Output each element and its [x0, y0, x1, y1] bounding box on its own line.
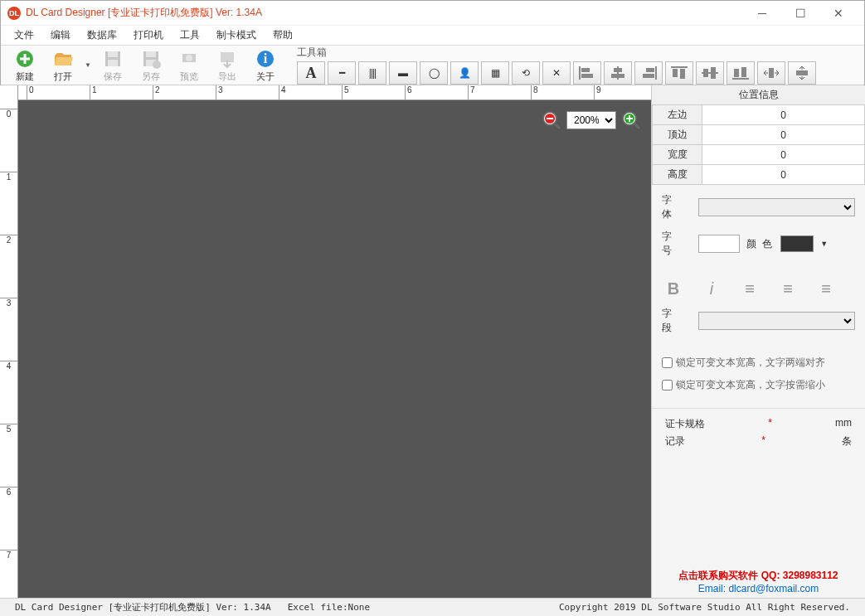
svg-rect-19: [655, 66, 657, 80]
align-top-tool[interactable]: [665, 61, 693, 85]
field-select[interactable]: [698, 312, 855, 330]
refresh-icon: ⟲: [522, 67, 530, 79]
contact-email[interactable]: Email: dlcard@foxmail.com: [652, 583, 865, 594]
save-button[interactable]: 保存: [95, 47, 130, 84]
svg-rect-31: [769, 68, 774, 78]
pos-left: 0: [702, 105, 865, 125]
svg-rect-15: [581, 74, 593, 78]
canvas[interactable]: 200%: [18, 100, 651, 598]
close-button[interactable]: ✕: [819, 1, 858, 26]
svg-point-0: [17, 51, 33, 67]
svg-rect-16: [617, 66, 619, 80]
maximize-button[interactable]: ☐: [781, 1, 819, 26]
barcode-tool[interactable]: ||||: [358, 61, 386, 85]
line-icon: ━: [339, 67, 345, 79]
ellipse-icon: ◯: [429, 67, 440, 79]
export-button[interactable]: 导出: [210, 47, 245, 84]
align-right-tool[interactable]: [634, 61, 663, 85]
align-center-h-tool[interactable]: [604, 61, 632, 85]
svg-point-34: [545, 114, 555, 124]
field-label: 字 段: [662, 307, 692, 335]
align-middle-tool[interactable]: [696, 61, 724, 85]
align-center-button[interactable]: ≡: [776, 279, 799, 298]
status-copyright: Copyright 2019 DL Software Studio All Ri…: [551, 602, 858, 613]
svg-point-37: [623, 112, 636, 125]
refresh-tool[interactable]: ⟲: [512, 61, 540, 85]
image-tool[interactable]: 👤: [450, 61, 479, 85]
format-row: B i ≡ ≡ ≡: [652, 274, 865, 303]
svg-point-33: [543, 112, 556, 125]
zoom-controls: 200%: [540, 109, 643, 132]
svg-point-38: [624, 114, 634, 124]
font-select[interactable]: [698, 198, 855, 216]
saveas-icon: [140, 48, 162, 70]
svg-rect-14: [581, 68, 590, 72]
menu-cardmode[interactable]: 制卡模式: [208, 27, 265, 44]
preview-button[interactable]: 预览: [172, 47, 207, 84]
save-icon: [102, 48, 124, 70]
menu-help[interactable]: 帮助: [265, 27, 301, 44]
table-tool[interactable]: ▦: [481, 61, 509, 85]
svg-rect-25: [702, 72, 718, 74]
svg-rect-5: [146, 51, 156, 57]
saveas-button[interactable]: 另存: [134, 47, 168, 84]
rect-tool[interactable]: ▬: [389, 61, 417, 85]
svg-rect-22: [671, 66, 688, 68]
delete-tool[interactable]: ✕: [542, 61, 571, 85]
svg-line-36: [555, 124, 560, 129]
svg-rect-39: [626, 118, 633, 119]
menu-edit[interactable]: 编辑: [42, 27, 79, 44]
svg-rect-20: [646, 68, 654, 72]
svg-rect-18: [611, 74, 624, 78]
align-right-icon: [640, 66, 657, 80]
panel-title: 位置信息: [652, 85, 865, 104]
zoom-in-button[interactable]: [620, 109, 643, 132]
rect-icon: ▬: [398, 67, 408, 79]
menu-file[interactable]: 文件: [6, 27, 42, 44]
new-button[interactable]: 新建: [7, 47, 42, 84]
svg-rect-26: [703, 69, 708, 77]
color-dropdown[interactable]: ▼: [820, 240, 828, 248]
pos-height: 0: [702, 165, 865, 185]
color-picker[interactable]: [780, 235, 814, 252]
align-bottom-tool[interactable]: [727, 61, 755, 85]
title-bar: DL DL Card Designer [专业证卡打印机免费版] Ver: 1.…: [1, 1, 864, 26]
svg-rect-40: [629, 115, 630, 122]
zoom-out-button[interactable]: [540, 109, 563, 132]
distribute-v-tool[interactable]: [788, 61, 816, 85]
menu-database[interactable]: 数据库: [79, 27, 125, 44]
text-tool[interactable]: A: [297, 61, 325, 85]
ellipse-tool[interactable]: ◯: [420, 61, 448, 85]
vertical-ruler: 0 1 2 3 4 5 6 7: [0, 85, 18, 598]
line-tool[interactable]: ━: [328, 61, 356, 85]
pos-top: 0: [702, 125, 865, 145]
font-size-input[interactable]: [698, 235, 740, 253]
svg-rect-21: [643, 74, 654, 78]
open-dropdown[interactable]: ▼: [84, 61, 92, 69]
zoom-select[interactable]: 200%: [566, 111, 616, 129]
contact-qq[interactable]: 点击联系购买软件 QQ: 3298983112: [652, 569, 865, 583]
preview-icon: [178, 48, 200, 70]
align-left-icon: [579, 66, 595, 80]
italic-button[interactable]: i: [700, 279, 723, 298]
svg-rect-4: [143, 51, 158, 66]
svg-point-11: [257, 51, 274, 67]
lock-shrink-checkbox[interactable]: [662, 380, 673, 390]
svg-rect-13: [579, 66, 581, 80]
align-bottom-icon: [732, 66, 749, 80]
svg-rect-8: [182, 54, 196, 62]
distribute-h-tool[interactable]: [757, 61, 785, 85]
menu-printer[interactable]: 打印机: [125, 27, 172, 44]
svg-point-9: [186, 55, 192, 61]
bold-button[interactable]: B: [662, 279, 685, 298]
minimize-button[interactable]: ─: [743, 1, 781, 26]
align-left-tool[interactable]: [573, 61, 601, 85]
menu-tools[interactable]: 工具: [172, 27, 208, 44]
lock-justify-checkbox[interactable]: [662, 357, 673, 368]
align-center-h-icon: [610, 66, 626, 80]
align-right-button[interactable]: ≡: [814, 279, 838, 298]
about-button[interactable]: i 关于: [248, 47, 283, 84]
svg-rect-30: [741, 67, 746, 77]
align-left-button[interactable]: ≡: [738, 279, 761, 298]
open-button[interactable]: 打开: [46, 47, 80, 84]
